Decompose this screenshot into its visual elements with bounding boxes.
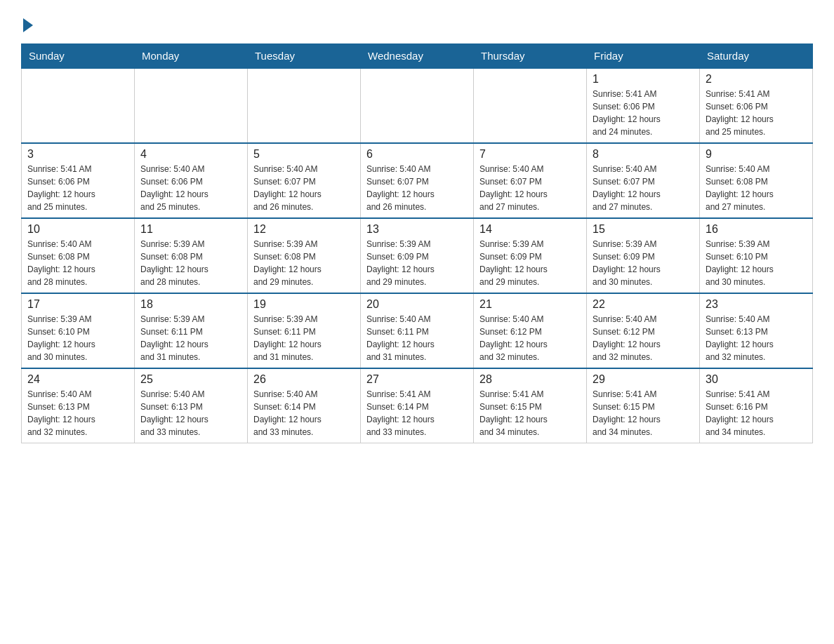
day-number: 1 (593, 73, 694, 86)
calendar-cell (361, 68, 474, 143)
day-info: Sunrise: 5:40 AM Sunset: 6:06 PM Dayligh… (140, 163, 241, 213)
day-info: Sunrise: 5:40 AM Sunset: 6:12 PM Dayligh… (479, 313, 581, 363)
col-header-tuesday: Tuesday (248, 44, 361, 69)
day-info: Sunrise: 5:40 AM Sunset: 6:13 PM Dayligh… (706, 313, 807, 363)
logo-arrow-icon (23, 18, 33, 32)
col-header-monday: Monday (135, 44, 248, 69)
day-number: 19 (253, 298, 355, 311)
day-number: 25 (140, 373, 241, 386)
day-number: 17 (27, 298, 128, 311)
calendar-cell: 27Sunrise: 5:41 AM Sunset: 6:14 PM Dayli… (361, 368, 474, 443)
day-number: 14 (479, 223, 581, 236)
day-info: Sunrise: 5:40 AM Sunset: 6:14 PM Dayligh… (253, 388, 355, 438)
day-number: 4 (140, 148, 241, 161)
week-row-2: 3Sunrise: 5:41 AM Sunset: 6:06 PM Daylig… (22, 143, 813, 218)
week-row-3: 10Sunrise: 5:40 AM Sunset: 6:08 PM Dayli… (22, 218, 813, 293)
calendar-cell: 22Sunrise: 5:40 AM Sunset: 6:12 PM Dayli… (587, 293, 700, 368)
day-info: Sunrise: 5:41 AM Sunset: 6:15 PM Dayligh… (593, 388, 694, 438)
day-info: Sunrise: 5:39 AM Sunset: 6:08 PM Dayligh… (140, 238, 241, 288)
calendar-cell: 17Sunrise: 5:39 AM Sunset: 6:10 PM Dayli… (22, 293, 135, 368)
col-header-sunday: Sunday (22, 44, 135, 69)
day-info: Sunrise: 5:40 AM Sunset: 6:07 PM Dayligh… (253, 163, 355, 213)
calendar-cell: 10Sunrise: 5:40 AM Sunset: 6:08 PM Dayli… (22, 218, 135, 293)
calendar-cell: 15Sunrise: 5:39 AM Sunset: 6:09 PM Dayli… (587, 218, 700, 293)
day-info: Sunrise: 5:39 AM Sunset: 6:10 PM Dayligh… (27, 313, 128, 363)
calendar-cell (135, 68, 248, 143)
col-header-wednesday: Wednesday (361, 44, 474, 69)
calendar-header-row: SundayMondayTuesdayWednesdayThursdayFrid… (22, 44, 813, 69)
day-info: Sunrise: 5:39 AM Sunset: 6:08 PM Dayligh… (253, 238, 355, 288)
calendar-cell: 4Sunrise: 5:40 AM Sunset: 6:06 PM Daylig… (135, 143, 248, 218)
calendar-cell: 26Sunrise: 5:40 AM Sunset: 6:14 PM Dayli… (248, 368, 361, 443)
day-info: Sunrise: 5:41 AM Sunset: 6:15 PM Dayligh… (479, 388, 581, 438)
day-number: 30 (706, 373, 807, 386)
day-info: Sunrise: 5:41 AM Sunset: 6:14 PM Dayligh… (366, 388, 468, 438)
calendar-cell: 28Sunrise: 5:41 AM Sunset: 6:15 PM Dayli… (474, 368, 587, 443)
calendar-cell (22, 68, 135, 143)
day-number: 7 (479, 148, 581, 161)
calendar-cell (248, 68, 361, 143)
calendar-cell: 11Sunrise: 5:39 AM Sunset: 6:08 PM Dayli… (135, 218, 248, 293)
day-info: Sunrise: 5:39 AM Sunset: 6:11 PM Dayligh… (140, 313, 241, 363)
day-info: Sunrise: 5:41 AM Sunset: 6:06 PM Dayligh… (593, 88, 694, 138)
day-number: 28 (479, 373, 581, 386)
day-number: 3 (27, 148, 128, 161)
day-number: 11 (140, 223, 241, 236)
calendar-cell: 8Sunrise: 5:40 AM Sunset: 6:07 PM Daylig… (587, 143, 700, 218)
day-info: Sunrise: 5:39 AM Sunset: 6:10 PM Dayligh… (706, 238, 807, 288)
day-number: 27 (366, 373, 468, 386)
day-number: 29 (593, 373, 694, 386)
day-number: 10 (27, 223, 128, 236)
calendar-cell: 14Sunrise: 5:39 AM Sunset: 6:09 PM Dayli… (474, 218, 587, 293)
day-info: Sunrise: 5:39 AM Sunset: 6:09 PM Dayligh… (479, 238, 581, 288)
day-number: 12 (253, 223, 355, 236)
day-number: 5 (253, 148, 355, 161)
day-info: Sunrise: 5:40 AM Sunset: 6:08 PM Dayligh… (706, 163, 807, 213)
day-number: 15 (593, 223, 694, 236)
calendar-cell: 24Sunrise: 5:40 AM Sunset: 6:13 PM Dayli… (22, 368, 135, 443)
calendar-cell: 13Sunrise: 5:39 AM Sunset: 6:09 PM Dayli… (361, 218, 474, 293)
calendar-cell: 16Sunrise: 5:39 AM Sunset: 6:10 PM Dayli… (700, 218, 813, 293)
col-header-thursday: Thursday (474, 44, 587, 69)
day-number: 18 (140, 298, 241, 311)
day-number: 21 (479, 298, 581, 311)
day-info: Sunrise: 5:40 AM Sunset: 6:12 PM Dayligh… (593, 313, 694, 363)
day-info: Sunrise: 5:39 AM Sunset: 6:09 PM Dayligh… (366, 238, 468, 288)
day-number: 8 (593, 148, 694, 161)
calendar-cell: 2Sunrise: 5:41 AM Sunset: 6:06 PM Daylig… (700, 68, 813, 143)
day-info: Sunrise: 5:40 AM Sunset: 6:08 PM Dayligh… (27, 238, 128, 288)
day-number: 26 (253, 373, 355, 386)
col-header-saturday: Saturday (700, 44, 813, 69)
week-row-1: 1Sunrise: 5:41 AM Sunset: 6:06 PM Daylig… (22, 68, 813, 143)
calendar-cell: 29Sunrise: 5:41 AM Sunset: 6:15 PM Dayli… (587, 368, 700, 443)
calendar-cell: 3Sunrise: 5:41 AM Sunset: 6:06 PM Daylig… (22, 143, 135, 218)
day-info: Sunrise: 5:40 AM Sunset: 6:07 PM Dayligh… (593, 163, 694, 213)
logo (21, 14, 33, 29)
day-info: Sunrise: 5:41 AM Sunset: 6:16 PM Dayligh… (706, 388, 807, 438)
week-row-4: 17Sunrise: 5:39 AM Sunset: 6:10 PM Dayli… (22, 293, 813, 368)
calendar-cell: 25Sunrise: 5:40 AM Sunset: 6:13 PM Dayli… (135, 368, 248, 443)
day-info: Sunrise: 5:41 AM Sunset: 6:06 PM Dayligh… (27, 163, 128, 213)
day-info: Sunrise: 5:40 AM Sunset: 6:13 PM Dayligh… (27, 388, 128, 438)
calendar-cell: 7Sunrise: 5:40 AM Sunset: 6:07 PM Daylig… (474, 143, 587, 218)
day-number: 22 (593, 298, 694, 311)
calendar-cell: 1Sunrise: 5:41 AM Sunset: 6:06 PM Daylig… (587, 68, 700, 143)
day-number: 16 (706, 223, 807, 236)
day-info: Sunrise: 5:40 AM Sunset: 6:07 PM Dayligh… (366, 163, 468, 213)
day-number: 20 (366, 298, 468, 311)
calendar-cell: 19Sunrise: 5:39 AM Sunset: 6:11 PM Dayli… (248, 293, 361, 368)
day-info: Sunrise: 5:39 AM Sunset: 6:11 PM Dayligh… (253, 313, 355, 363)
calendar-cell: 21Sunrise: 5:40 AM Sunset: 6:12 PM Dayli… (474, 293, 587, 368)
day-info: Sunrise: 5:41 AM Sunset: 6:06 PM Dayligh… (706, 88, 807, 138)
calendar-cell (474, 68, 587, 143)
calendar-cell: 12Sunrise: 5:39 AM Sunset: 6:08 PM Dayli… (248, 218, 361, 293)
day-info: Sunrise: 5:40 AM Sunset: 6:11 PM Dayligh… (366, 313, 468, 363)
week-row-5: 24Sunrise: 5:40 AM Sunset: 6:13 PM Dayli… (22, 368, 813, 443)
calendar-cell: 6Sunrise: 5:40 AM Sunset: 6:07 PM Daylig… (361, 143, 474, 218)
day-info: Sunrise: 5:40 AM Sunset: 6:07 PM Dayligh… (479, 163, 581, 213)
day-number: 2 (706, 73, 807, 86)
day-info: Sunrise: 5:40 AM Sunset: 6:13 PM Dayligh… (140, 388, 241, 438)
calendar-table: SundayMondayTuesdayWednesdayThursdayFrid… (21, 43, 813, 443)
calendar-cell: 18Sunrise: 5:39 AM Sunset: 6:11 PM Dayli… (135, 293, 248, 368)
day-number: 23 (706, 298, 807, 311)
